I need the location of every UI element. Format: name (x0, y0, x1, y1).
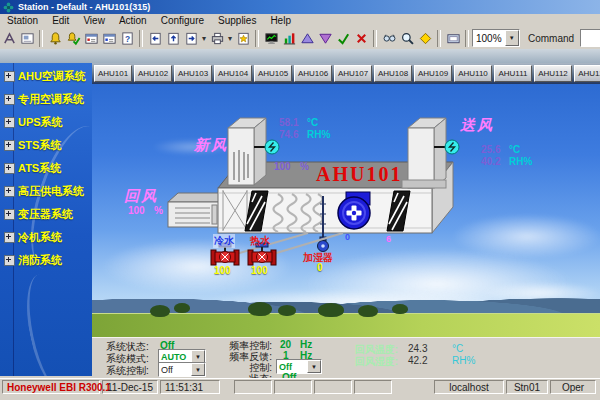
sidebar-item-transformer[interactable]: 变压器系统 (4, 207, 73, 221)
sidebar-item-ahu[interactable]: AHU空调系统 (4, 69, 86, 83)
expand-icon[interactable] (4, 255, 15, 266)
alarm-summary-button[interactable] (82, 29, 100, 47)
system-control-select[interactable]: Off (158, 362, 206, 377)
find-button[interactable] (380, 29, 398, 47)
cancel-button[interactable] (352, 29, 370, 47)
help-icon: ? (120, 31, 135, 46)
print-icon (210, 31, 225, 46)
page-favorite-button[interactable] (234, 29, 252, 47)
unit-name: AHU101 (316, 163, 402, 186)
chevron-down-icon[interactable] (307, 360, 321, 373)
alarm-page-button[interactable] (46, 29, 64, 47)
menu-help[interactable]: Help (263, 15, 298, 27)
zoom-select[interactable]: 100% (472, 29, 520, 47)
print-dropdown[interactable] (226, 29, 234, 47)
statusbar-cell (234, 380, 272, 394)
tab-ahu113[interactable]: AHU113 (574, 65, 600, 82)
toolbar-separator (255, 30, 259, 47)
freq-control-value: 20 (280, 339, 291, 350)
sidebar-item-ats[interactable]: ATS系统 (4, 161, 61, 175)
detail-button[interactable] (416, 29, 434, 47)
freq-control-unit: Hz (300, 339, 312, 350)
page-forward-button[interactable] (182, 29, 200, 47)
expand-icon[interactable] (4, 71, 15, 82)
help-button[interactable]: ? (118, 29, 136, 47)
page-back-button[interactable] (146, 29, 164, 47)
event-summary-icon (102, 31, 117, 46)
expand-icon[interactable] (4, 117, 15, 128)
menu-edit[interactable]: Edit (45, 15, 76, 27)
tab-ahu110[interactable]: AHU110 (454, 65, 492, 82)
expand-icon[interactable] (4, 232, 15, 243)
sidebar-item-fire[interactable]: 消防系统 (4, 253, 62, 267)
tab-ahu101[interactable]: AHU101 (94, 65, 132, 82)
connect-icon (2, 31, 17, 46)
alarm-summary-icon (84, 31, 99, 46)
detail-icon (418, 31, 433, 46)
sidebar-item-chiller[interactable]: 冷机系统 (4, 230, 62, 244)
page-up-button[interactable] (164, 29, 182, 47)
zoom-button[interactable] (398, 29, 416, 47)
expand-icon[interactable] (4, 209, 15, 220)
return-temp-unit: °C (452, 343, 463, 354)
tab-strip: AHU101 AHU102 AHU103 AHU104 AHU105 AHU10… (92, 63, 600, 84)
tab-ahu103[interactable]: AHU103 (174, 65, 212, 82)
menu-station[interactable]: Station (0, 15, 45, 27)
command-input[interactable] (580, 29, 600, 47)
system-control-label: 系统控制: (106, 364, 149, 378)
statusbar-cell (314, 380, 352, 394)
date-cell: 11-Dec-15 (102, 380, 158, 394)
lower-button[interactable] (316, 29, 334, 47)
event-summary-button[interactable] (100, 29, 118, 47)
tab-ahu106[interactable]: AHU106 (294, 65, 332, 82)
window-title: Station - Default - AHU101(315) (18, 2, 150, 12)
expand-icon[interactable] (4, 163, 15, 174)
chevron-down-icon[interactable] (191, 363, 205, 376)
display-button[interactable] (444, 29, 462, 47)
acknowledge-alarm-icon (66, 31, 81, 46)
raise-button[interactable] (298, 29, 316, 47)
acknowledge-alarm-button[interactable] (64, 29, 82, 47)
tab-ahu111[interactable]: AHU111 (494, 65, 532, 82)
expand-icon[interactable] (4, 140, 15, 151)
print-button[interactable] (208, 29, 226, 47)
tab-ahu102[interactable]: AHU102 (134, 65, 172, 82)
menu-view[interactable]: View (76, 15, 112, 27)
tab-ahu105[interactable]: AHU105 (254, 65, 292, 82)
supply-air-duct (402, 118, 446, 188)
workspace-button[interactable] (18, 29, 36, 47)
expand-icon[interactable] (4, 94, 15, 105)
chevron-down-icon[interactable] (505, 30, 519, 46)
page-forward-dropdown[interactable] (200, 29, 208, 47)
sidebar-item-sts[interactable]: STS系统 (4, 138, 61, 152)
title-bar[interactable]: Station - Default - AHU101(315) (0, 0, 600, 14)
tab-ahu107[interactable]: AHU107 (334, 65, 372, 82)
return-humidity-value: 42.2 (408, 355, 427, 366)
supply-air-temp-value: 25.6 (481, 144, 500, 155)
menu-configure[interactable]: Configure (154, 15, 211, 27)
system-monitor-button[interactable] (262, 29, 280, 47)
alarm-page-icon (48, 31, 63, 46)
menu-supplies[interactable]: Supplies (211, 15, 263, 27)
raise-icon (300, 31, 315, 46)
sidebar-item-dedicated-ac[interactable]: 专用空调系统 (4, 92, 84, 106)
sidebar-item-hv-power[interactable]: 高压供电系统 (4, 184, 84, 198)
connect-button[interactable] (0, 29, 18, 47)
accept-button[interactable] (334, 29, 352, 47)
station-window: Station - Default - AHU101(315) Station … (0, 0, 600, 400)
tab-ahu112[interactable]: AHU112 (534, 65, 572, 82)
system-monitor-icon (264, 31, 279, 46)
fresh-air-damper-value: 100 (274, 161, 291, 172)
trend-button[interactable] (280, 29, 298, 47)
statusbar-cell (354, 380, 392, 394)
host-cell: localhost (434, 380, 504, 394)
page-favorite-icon (236, 31, 251, 46)
sidebar-item-ups[interactable]: UPS系统 (4, 115, 63, 129)
tab-ahu104[interactable]: AHU104 (214, 65, 252, 82)
tab-ahu109[interactable]: AHU109 (414, 65, 452, 82)
tab-ahu108[interactable]: AHU108 (374, 65, 412, 82)
fresh-air-temp-unit: °C (307, 117, 318, 128)
expand-icon[interactable] (4, 186, 15, 197)
menu-action[interactable]: Action (112, 15, 154, 27)
return-humidity-label: 回风湿度: (340, 355, 398, 369)
